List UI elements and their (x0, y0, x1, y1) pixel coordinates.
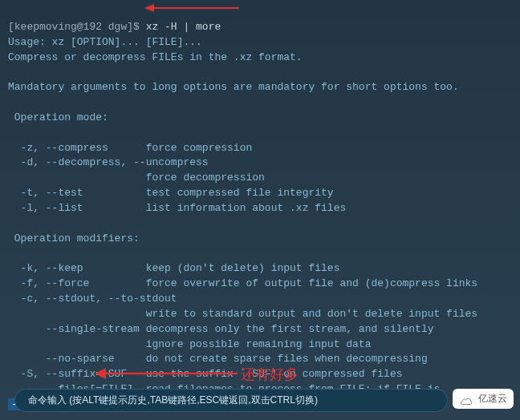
out-line: -t, --test test compressed file integrit… (8, 187, 334, 199)
logo-text: 亿速云 (478, 392, 507, 406)
input-placeholder: 命令输入 (按ALT键提示历史,TAB键路径,ESC键返回,双击CTRL切换) (28, 394, 318, 406)
watermark-logo: 亿速云 (453, 389, 514, 409)
command: xz -H | more (146, 21, 221, 33)
out-line: -z, --compress force compression (8, 142, 252, 154)
command-input[interactable]: 命令输入 (按ALT键提示历史,TAB键路径,ESC键返回,双击CTRL切换) (14, 389, 448, 412)
terminal-output: [keepmoving@192 dgw]$ xz -H | more Usage… (0, 0, 520, 418)
out-line: Operation modifiers: (8, 232, 140, 244)
out-line: Compress or decompress FILEs in the .xz … (8, 51, 303, 63)
out-line: -l, --list list information about .xz fi… (8, 202, 346, 214)
out-line: Usage: xz [OPTION]... [FILE]... (8, 36, 202, 48)
out-line: -S, --suffix=.SUF use the suffix `.SUF' … (8, 368, 402, 380)
out-line: write to standard output and don't delet… (8, 308, 477, 320)
out-line: --no-sparse do not create sparse files w… (8, 353, 428, 365)
out-line: --single-stream decompress only the firs… (8, 323, 434, 335)
shell-prompt: [keepmoving@192 dgw]$ (8, 21, 146, 33)
out-line: Operation mode: (8, 111, 108, 123)
cloud-icon (459, 394, 475, 405)
out-line: force decompression (8, 172, 265, 184)
out-line: -k, --keep keep (don't delete) input fil… (8, 262, 339, 274)
out-line: Mandatory arguments to long options are … (8, 81, 459, 93)
out-line: -d, --decompress, --uncompress (8, 156, 209, 168)
out-line: ignore possible remaining input data (8, 338, 371, 350)
out-line: -f, --force force overwrite of output fi… (8, 277, 477, 289)
out-line: -c, --stdout, --to-stdout (8, 293, 177, 305)
